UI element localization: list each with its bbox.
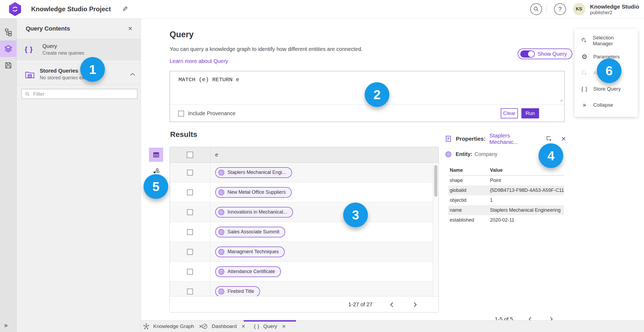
results-rows: Staplers Mechanical Engi... New Metal Of… <box>170 163 438 296</box>
add-to-selection-icon[interactable] <box>546 135 552 142</box>
results-scrollbar[interactable] <box>433 163 438 296</box>
table-row[interactable]: Firebird Title <box>170 282 438 296</box>
table-row[interactable]: Sales Associate Summit <box>170 222 438 242</box>
table-view-button[interactable] <box>149 148 163 162</box>
run-button[interactable]: Run <box>521 108 539 118</box>
help-button[interactable]: ? <box>554 3 566 15</box>
entity-dot-icon <box>218 170 224 176</box>
property-row[interactable]: objectid 1 <box>448 195 564 205</box>
braces-icon: { } <box>25 45 40 54</box>
row-checkbox[interactable] <box>187 189 193 195</box>
user-role: publisher2 <box>590 10 639 16</box>
filter-input[interactable] <box>33 91 134 97</box>
panel-close-icon[interactable]: ✕ <box>128 25 133 32</box>
menu-item-label: Collapse <box>593 102 613 108</box>
property-row[interactable]: globalid {5D9B4713-F98D-4A53-A59F-C11... <box>448 185 564 195</box>
tab-knowledge-graph[interactable]: Knowledge Graph ✕ <box>143 320 203 332</box>
prop-col-name: Name <box>448 165 488 176</box>
results-heading: Results <box>170 130 197 139</box>
knowledge-graph-icon <box>143 323 149 330</box>
entity-pill[interactable]: Staplers Mechanical Engi... <box>215 167 292 178</box>
toggle-switch[interactable] <box>520 50 535 58</box>
property-row[interactable]: shape Point <box>448 176 564 186</box>
property-row[interactable]: name Staplers Mechanical Engineering <box>448 205 564 215</box>
tab-query-active[interactable]: { } Query ✕ <box>244 320 296 332</box>
table-row[interactable]: Staplers Mechanical Engi... <box>170 163 438 182</box>
prop-value: 2020-02-11 <box>488 215 564 225</box>
link-chart-icon <box>153 168 160 174</box>
learn-more-link[interactable]: Learn more about Query <box>170 58 228 64</box>
next-page-button[interactable] <box>411 300 420 309</box>
annotation-number: 3 <box>352 208 359 222</box>
annotation-number: 1 <box>89 62 96 77</box>
entity-pill[interactable]: Attendance Certificate <box>215 266 281 277</box>
entity-pill[interactable]: Managment Techniques <box>215 247 285 257</box>
show-query-toggle[interactable]: Show Query <box>518 49 572 59</box>
clear-button[interactable]: Clear <box>501 108 518 118</box>
filter-search-icon <box>25 91 30 97</box>
entity-pill[interactable]: Sales Associate Summit <box>215 227 285 237</box>
hierarchy-icon <box>4 28 12 36</box>
table-row[interactable]: Innovations in Mechanical... <box>170 202 438 222</box>
property-row[interactable]: established 2020-02-11 <box>448 215 564 225</box>
table-icon <box>153 151 160 158</box>
table-row[interactable]: Managment Techniques <box>170 242 438 262</box>
gear-icon: ⚙ <box>581 53 588 61</box>
menu-item-selection-manager[interactable]: Selection Manager <box>575 33 638 49</box>
properties-close-icon[interactable]: ✕ <box>561 135 566 143</box>
user-block[interactable]: Knowledge Studio publisher2 <box>590 3 639 16</box>
rail-layers-button[interactable] <box>0 40 17 57</box>
chevron-up-icon[interactable] <box>130 73 135 76</box>
row-checkbox[interactable] <box>187 170 193 176</box>
bottom-tab-bar: Knowledge Graph ✕ Dashboard ✕ { } Query … <box>141 320 644 332</box>
expand-rail-button[interactable]: » <box>4 321 8 329</box>
entity-dot-icon <box>218 229 224 235</box>
table-row[interactable]: Attendance Certificate <box>170 262 438 282</box>
annotation-number: 2 <box>374 87 381 102</box>
edit-title-icon[interactable]: ✎ <box>122 5 128 13</box>
panel-item-stored-queries[interactable]: Stored Queries No stored queries exist <box>17 64 141 85</box>
entity-pill[interactable]: Firebird Title <box>215 286 260 296</box>
properties-entity-link[interactable]: Staplers Mechanic... <box>489 132 538 145</box>
rail-save-button[interactable] <box>0 57 17 74</box>
row-checkbox[interactable] <box>187 269 193 275</box>
app-logo[interactable] <box>8 2 22 16</box>
filter-field[interactable] <box>21 89 137 99</box>
tab-dashboard[interactable]: Dashboard ✕ <box>202 320 245 332</box>
row-checkbox[interactable] <box>187 289 193 294</box>
scrollbar-thumb[interactable] <box>434 165 437 197</box>
prop-name: name <box>448 205 488 215</box>
query-description: You can query a knowledge graph to ident… <box>170 46 363 52</box>
entity-type-dot-icon <box>445 151 451 157</box>
entity-label: Firebird Title <box>228 289 254 294</box>
table-row[interactable]: New Metal Office Suppliers <box>170 182 438 202</box>
row-checkbox[interactable] <box>187 209 193 215</box>
include-provenance-checkbox[interactable] <box>178 111 184 117</box>
menu-item-store-query[interactable]: { } Store Query <box>575 81 638 97</box>
link-chart-view-button[interactable] <box>153 168 160 174</box>
panel-title: Query Contents <box>26 25 128 32</box>
knowledge-studio-app: Knowledge Studio Project ✎ ? KS Knowledg… <box>0 0 644 332</box>
include-provenance-option[interactable]: Include Provenance <box>178 110 236 117</box>
entity-label: New Metal Office Suppliers <box>228 189 286 195</box>
layers-icon <box>4 44 13 53</box>
row-checkbox[interactable] <box>187 249 193 255</box>
avatar[interactable]: KS <box>573 3 585 15</box>
resize-handle-icon[interactable] <box>559 98 563 102</box>
braces-icon: { } <box>254 323 259 329</box>
show-query-label: Show Query <box>537 51 567 57</box>
row-checkbox[interactable] <box>187 229 193 235</box>
select-all-checkbox[interactable] <box>187 152 193 158</box>
panel-item-subtitle: Create new queries <box>42 50 84 56</box>
entity-pill[interactable]: New Metal Office Suppliers <box>215 187 292 198</box>
search-button[interactable] <box>530 3 542 15</box>
entity-pill[interactable]: Innovations in Mechanical... <box>215 207 293 218</box>
rail-hierarchy-button[interactable] <box>0 24 17 40</box>
tab-close-icon[interactable]: ✕ <box>282 324 286 329</box>
menu-item-collapse[interactable]: » Collapse <box>575 97 638 113</box>
selection-manager-icon <box>581 38 587 44</box>
panel-item-query[interactable]: { } Query Create new queries <box>17 39 141 60</box>
column-header-e[interactable]: e <box>210 147 438 162</box>
previous-page-button[interactable] <box>387 300 396 309</box>
pagination-text: 1-27 of 27 <box>348 301 372 308</box>
